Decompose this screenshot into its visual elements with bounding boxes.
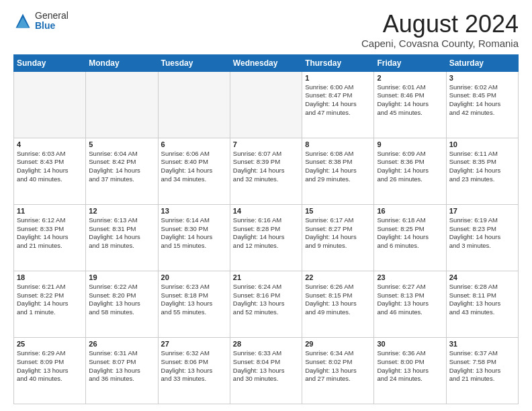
col-header-friday: Friday (374, 54, 446, 71)
day-number: 14 (233, 207, 299, 215)
day-number: 12 (89, 207, 154, 215)
calendar-cell: 5Sunrise: 6:04 AM Sunset: 8:42 PM Daylig… (86, 138, 158, 204)
day-info: Sunrise: 6:29 AM Sunset: 8:09 PM Dayligh… (17, 349, 83, 383)
day-info: Sunrise: 6:28 AM Sunset: 8:11 PM Dayligh… (449, 283, 515, 317)
calendar-cell: 31Sunrise: 6:37 AM Sunset: 7:58 PM Dayli… (446, 337, 518, 404)
day-info: Sunrise: 6:23 AM Sunset: 8:18 PM Dayligh… (161, 283, 227, 317)
calendar-cell: 15Sunrise: 6:17 AM Sunset: 8:27 PM Dayli… (302, 204, 374, 271)
day-info: Sunrise: 6:18 AM Sunset: 8:25 PM Dayligh… (377, 216, 443, 250)
day-number: 30 (377, 340, 443, 348)
day-number: 4 (17, 140, 83, 148)
day-number: 24 (449, 273, 515, 281)
day-info: Sunrise: 6:27 AM Sunset: 8:13 PM Dayligh… (377, 283, 443, 317)
day-number: 10 (449, 140, 515, 148)
calendar-cell: 2Sunrise: 6:01 AM Sunset: 8:46 PM Daylig… (374, 71, 446, 138)
col-header-sunday: Sunday (14, 54, 86, 71)
day-info: Sunrise: 6:00 AM Sunset: 8:47 PM Dayligh… (305, 83, 371, 118)
calendar: SundayMondayTuesdayWednesdayThursdayFrid… (13, 54, 519, 404)
day-number: 26 (89, 340, 154, 348)
day-info: Sunrise: 6:04 AM Sunset: 8:42 PM Dayligh… (89, 150, 154, 184)
calendar-body: 1Sunrise: 6:00 AM Sunset: 8:47 PM Daylig… (14, 71, 519, 404)
calendar-cell: 1Sunrise: 6:00 AM Sunset: 8:47 PM Daylig… (302, 71, 374, 138)
week-row-5: 25Sunrise: 6:29 AM Sunset: 8:09 PM Dayli… (14, 337, 519, 404)
calendar-cell: 26Sunrise: 6:31 AM Sunset: 8:07 PM Dayli… (86, 337, 158, 404)
calendar-cell: 4Sunrise: 6:03 AM Sunset: 8:43 PM Daylig… (14, 138, 86, 204)
header: General Blue August 2024 Capeni, Covasna… (13, 11, 519, 49)
day-info: Sunrise: 6:02 AM Sunset: 8:45 PM Dayligh… (449, 83, 515, 118)
day-info: Sunrise: 6:14 AM Sunset: 8:30 PM Dayligh… (161, 216, 227, 250)
day-info: Sunrise: 6:31 AM Sunset: 8:07 PM Dayligh… (89, 349, 154, 383)
calendar-cell: 30Sunrise: 6:36 AM Sunset: 8:00 PM Dayli… (374, 337, 446, 404)
week-row-3: 11Sunrise: 6:12 AM Sunset: 8:33 PM Dayli… (14, 204, 519, 271)
day-number: 29 (305, 340, 371, 348)
day-number: 2 (377, 74, 443, 82)
location-subtitle: Capeni, Covasna County, Romania (361, 38, 519, 49)
day-info: Sunrise: 6:24 AM Sunset: 8:16 PM Dayligh… (233, 283, 299, 317)
day-number: 22 (305, 273, 371, 281)
day-info: Sunrise: 6:13 AM Sunset: 8:31 PM Dayligh… (89, 216, 154, 250)
day-number: 8 (305, 140, 371, 148)
calendar-cell: 19Sunrise: 6:22 AM Sunset: 8:20 PM Dayli… (86, 271, 158, 337)
calendar-cell: 10Sunrise: 6:11 AM Sunset: 8:35 PM Dayli… (446, 138, 518, 204)
day-number: 28 (233, 340, 299, 348)
day-info: Sunrise: 6:33 AM Sunset: 8:04 PM Dayligh… (233, 349, 299, 383)
day-info: Sunrise: 6:37 AM Sunset: 7:58 PM Dayligh… (449, 349, 515, 383)
day-number: 7 (233, 140, 299, 148)
day-info: Sunrise: 6:26 AM Sunset: 8:15 PM Dayligh… (305, 283, 371, 317)
day-info: Sunrise: 6:22 AM Sunset: 8:20 PM Dayligh… (89, 283, 154, 317)
day-number: 20 (161, 273, 227, 281)
calendar-cell: 25Sunrise: 6:29 AM Sunset: 8:09 PM Dayli… (14, 337, 86, 404)
week-row-4: 18Sunrise: 6:21 AM Sunset: 8:22 PM Dayli… (14, 271, 519, 337)
day-number: 25 (17, 340, 83, 348)
day-number: 1 (305, 74, 371, 82)
week-row-2: 4Sunrise: 6:03 AM Sunset: 8:43 PM Daylig… (14, 138, 519, 204)
day-info: Sunrise: 6:32 AM Sunset: 8:06 PM Dayligh… (161, 349, 227, 383)
calendar-cell: 17Sunrise: 6:19 AM Sunset: 8:23 PM Dayli… (446, 204, 518, 271)
calendar-cell: 11Sunrise: 6:12 AM Sunset: 8:33 PM Dayli… (14, 204, 86, 271)
day-info: Sunrise: 6:08 AM Sunset: 8:38 PM Dayligh… (305, 150, 371, 184)
day-number: 21 (233, 273, 299, 281)
calendar-cell: 6Sunrise: 6:06 AM Sunset: 8:40 PM Daylig… (158, 138, 230, 204)
calendar-cell: 24Sunrise: 6:28 AM Sunset: 8:11 PM Dayli… (446, 271, 518, 337)
logo-blue-text: Blue (35, 21, 69, 31)
day-info: Sunrise: 6:09 AM Sunset: 8:36 PM Dayligh… (377, 150, 443, 184)
col-header-wednesday: Wednesday (230, 54, 302, 71)
calendar-cell (230, 71, 302, 138)
day-info: Sunrise: 6:17 AM Sunset: 8:27 PM Dayligh… (305, 216, 371, 250)
calendar-cell: 7Sunrise: 6:07 AM Sunset: 8:39 PM Daylig… (230, 138, 302, 204)
day-number: 11 (17, 207, 83, 215)
day-number: 27 (161, 340, 227, 348)
calendar-cell: 27Sunrise: 6:32 AM Sunset: 8:06 PM Dayli… (158, 337, 230, 404)
calendar-table: SundayMondayTuesdayWednesdayThursdayFrid… (13, 54, 519, 404)
day-number: 16 (377, 207, 443, 215)
col-header-saturday: Saturday (446, 54, 518, 71)
logo-text: General Blue (35, 11, 69, 32)
page: General Blue August 2024 Capeni, Covasna… (0, 0, 532, 411)
day-info: Sunrise: 6:11 AM Sunset: 8:35 PM Dayligh… (449, 150, 515, 184)
day-number: 5 (89, 140, 154, 148)
day-number: 3 (449, 74, 515, 82)
day-info: Sunrise: 6:36 AM Sunset: 8:00 PM Dayligh… (377, 349, 443, 383)
day-info: Sunrise: 6:03 AM Sunset: 8:43 PM Dayligh… (17, 150, 83, 184)
calendar-cell: 29Sunrise: 6:34 AM Sunset: 8:02 PM Dayli… (302, 337, 374, 404)
day-number: 17 (449, 207, 515, 215)
day-info: Sunrise: 6:12 AM Sunset: 8:33 PM Dayligh… (17, 216, 83, 250)
logo-icon (13, 11, 32, 30)
day-info: Sunrise: 6:34 AM Sunset: 8:02 PM Dayligh… (305, 349, 371, 383)
col-header-thursday: Thursday (302, 54, 374, 71)
calendar-cell: 8Sunrise: 6:08 AM Sunset: 8:38 PM Daylig… (302, 138, 374, 204)
calendar-cell: 21Sunrise: 6:24 AM Sunset: 8:16 PM Dayli… (230, 271, 302, 337)
week-row-1: 1Sunrise: 6:00 AM Sunset: 8:47 PM Daylig… (14, 71, 519, 138)
day-number: 18 (17, 273, 83, 281)
calendar-cell: 14Sunrise: 6:16 AM Sunset: 8:28 PM Dayli… (230, 204, 302, 271)
day-number: 6 (161, 140, 227, 148)
calendar-cell: 22Sunrise: 6:26 AM Sunset: 8:15 PM Dayli… (302, 271, 374, 337)
col-header-monday: Monday (86, 54, 158, 71)
day-info: Sunrise: 6:07 AM Sunset: 8:39 PM Dayligh… (233, 150, 299, 184)
day-info: Sunrise: 6:16 AM Sunset: 8:28 PM Dayligh… (233, 216, 299, 250)
calendar-cell: 18Sunrise: 6:21 AM Sunset: 8:22 PM Dayli… (14, 271, 86, 337)
col-header-tuesday: Tuesday (158, 54, 230, 71)
calendar-cell: 9Sunrise: 6:09 AM Sunset: 8:36 PM Daylig… (374, 138, 446, 204)
calendar-cell: 23Sunrise: 6:27 AM Sunset: 8:13 PM Dayli… (374, 271, 446, 337)
calendar-cell (14, 71, 86, 138)
